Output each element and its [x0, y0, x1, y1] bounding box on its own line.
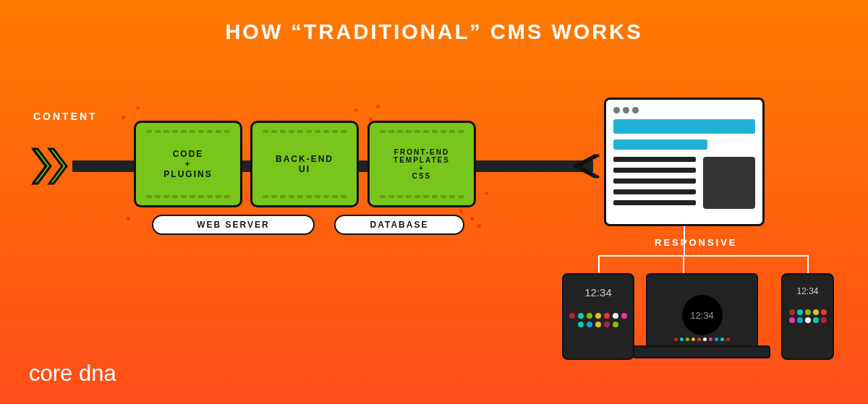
responsive-label: RESPONSIVE — [655, 237, 738, 248]
subheader-bar — [613, 139, 707, 150]
browser-window — [604, 98, 765, 226]
box-frontend-templates: FRONT-END TEMPLATES + CSS — [367, 121, 476, 207]
connector — [598, 255, 808, 257]
pill-database: DATABASE — [334, 215, 464, 235]
tablet-device: 12:34 — [562, 273, 634, 360]
laptop-device: 12:34 — [646, 273, 758, 348]
app-icons — [674, 338, 730, 341]
clock-readout: 12:34 — [682, 295, 723, 335]
connector — [807, 255, 809, 273]
pill-web-server: WEB SERVER — [152, 215, 315, 235]
box-label: BACK-END UI — [276, 154, 333, 174]
app-icons — [563, 313, 633, 327]
brand-logo: core dna — [29, 361, 116, 387]
box-backend-ui: BACK-END UI — [250, 121, 359, 207]
box-label: FRONT-END TEMPLATES + CSS — [393, 148, 450, 180]
header-bar — [613, 119, 755, 134]
connector — [598, 255, 600, 273]
phone-device: 12:34 — [781, 273, 834, 360]
content-label: CONTENT — [33, 111, 98, 122]
window-controls — [613, 107, 755, 113]
laptop-base — [633, 345, 770, 358]
double-chevron-icon — [30, 146, 75, 186]
content-image — [703, 157, 755, 209]
connector — [683, 255, 684, 273]
chevron-left-icon — [573, 154, 602, 181]
clock-readout: 12:34 — [796, 286, 818, 296]
content-lines — [613, 157, 696, 211]
page-title: HOW “TRADITIONAL” CMS WORKS — [0, 0, 868, 44]
app-icons — [783, 309, 833, 323]
box-code-plugins: CODE + PLUGINS — [134, 121, 242, 207]
box-label: CODE + PLUGINS — [163, 149, 212, 179]
clock-readout: 12:34 — [584, 286, 612, 298]
